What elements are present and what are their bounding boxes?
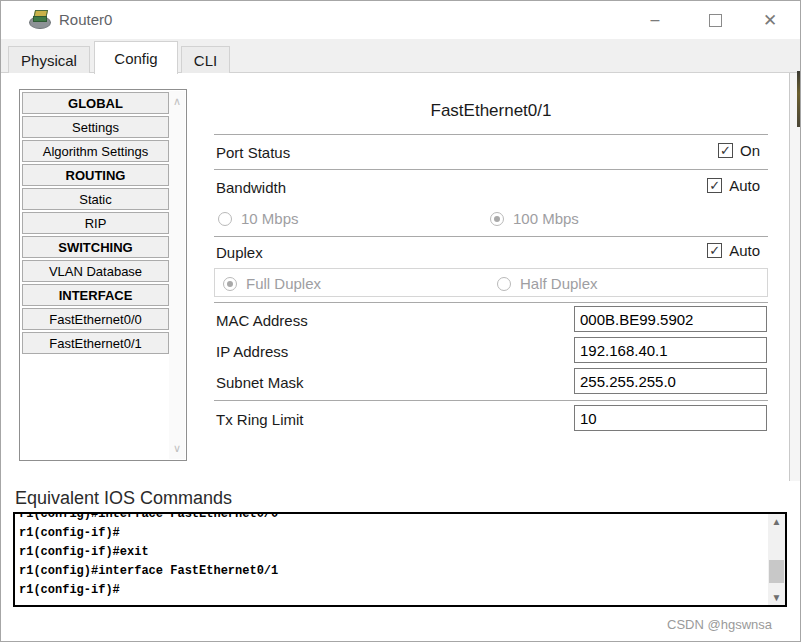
radio-100mbps-circle [490, 212, 504, 226]
port-status-checkbox-label: On [740, 142, 760, 159]
watermark: CSDN @hgswnsa [667, 617, 772, 632]
radio-full-duplex[interactable]: Full Duplex [223, 275, 321, 292]
terminal-line: r1(config-if)# [19, 524, 765, 543]
terminal-scroll-up-icon[interactable]: ▲ [768, 514, 785, 529]
port-status-checkbox-group[interactable]: ✓ On [718, 142, 760, 159]
sidebar-list: GLOBAL Settings Algorithm Settings ROUTI… [21, 91, 169, 356]
bandwidth-auto-checkbox-group[interactable]: ✓ Auto [707, 177, 760, 194]
bandwidth-radio-row: 10 Mbps 100 Mbps [214, 205, 768, 233]
duplex-radio-group: Full Duplex Half Duplex [214, 268, 768, 297]
bandwidth-auto-checkbox-label: Auto [729, 177, 760, 194]
duplex-auto-checkbox-label: Auto [729, 242, 760, 259]
tx-ring-limit-input[interactable] [574, 405, 767, 431]
tx-ring-limit-label: Tx Ring Limit [216, 411, 304, 428]
router-config-window: Router0 – ✕ Physical Config CLI GLOBAL S… [0, 0, 801, 642]
ip-address-input[interactable] [574, 337, 767, 363]
radio-half-duplex-label: Half Duplex [520, 275, 598, 292]
maximize-icon[interactable] [699, 7, 731, 33]
mac-address-label: MAC Address [216, 312, 308, 329]
terminal-line: r1(config-if)# [19, 581, 765, 600]
tab-physical[interactable]: Physical [8, 46, 90, 73]
tab-cli[interactable]: CLI [181, 46, 230, 73]
divider [214, 236, 768, 237]
terminal-line: r1(config)#interface FastEthernet0/0 [19, 514, 765, 524]
title-bar: Router0 – ✕ [1, 1, 800, 39]
radio-half-duplex-circle [497, 277, 511, 291]
minimize-icon[interactable]: – [639, 7, 671, 33]
terminal-line: r1(config)#interface FastEthernet0/1 [19, 562, 765, 581]
sidebar-item-switching[interactable]: SWITCHING [22, 236, 169, 258]
ios-commands-terminal[interactable]: r1(config)#interface FastEthernet0/0 r1(… [13, 512, 787, 607]
terminal-line: r1(config-if)#exit [19, 543, 765, 562]
ip-address-label: IP Address [216, 343, 288, 360]
sidebar-item-fastethernet0-1[interactable]: FastEthernet0/1 [22, 332, 169, 354]
radio-10mbps-circle [218, 212, 232, 226]
interface-title: FastEthernet0/1 [214, 101, 768, 121]
sidebar-item-fastethernet0-0[interactable]: FastEthernet0/0 [22, 308, 169, 330]
terminal-scrollbar[interactable]: ▲ ▼ [768, 514, 785, 605]
sidebar-item-algorithm-settings[interactable]: Algorithm Settings [22, 140, 169, 162]
duplex-auto-checkbox[interactable]: ✓ [707, 243, 722, 258]
sidebar-item-interface[interactable]: INTERFACE [22, 284, 169, 306]
divider [214, 169, 768, 170]
port-status-label: Port Status [216, 144, 290, 161]
tab-config[interactable]: Config [94, 41, 178, 74]
sidebar-item-vlan-database[interactable]: VLAN Database [22, 260, 169, 282]
radio-100mbps-label: 100 Mbps [513, 210, 579, 227]
subnet-mask-label: Subnet Mask [216, 374, 304, 391]
close-icon[interactable]: ✕ [754, 7, 786, 33]
panel-scrollbar-track[interactable] [789, 73, 801, 481]
scroll-up-icon[interactable]: ∧ [169, 95, 185, 108]
router-icon [29, 10, 51, 30]
divider [214, 302, 768, 303]
window-title: Router0 [59, 11, 112, 28]
sidebar-scrollbar[interactable]: ∧ ∨ [169, 91, 185, 459]
terminal-scroll-thumb[interactable] [769, 560, 784, 583]
radio-100mbps[interactable]: 100 Mbps [490, 210, 579, 227]
divider [214, 400, 768, 401]
sidebar-item-rip[interactable]: RIP [22, 212, 169, 234]
mac-address-input[interactable] [574, 306, 767, 332]
interface-config-panel: FastEthernet0/1 Port Status ✓ On Bandwid… [214, 86, 768, 481]
radio-full-duplex-label: Full Duplex [246, 275, 321, 292]
terminal-output: r1(config)#interface FastEthernet0/0 r1(… [19, 514, 765, 605]
radio-10mbps[interactable]: 10 Mbps [218, 210, 299, 227]
sidebar-item-routing[interactable]: ROUTING [22, 164, 169, 186]
bandwidth-auto-checkbox[interactable]: ✓ [707, 178, 722, 193]
port-status-checkbox[interactable]: ✓ [718, 143, 733, 158]
tab-bar: Physical Config CLI [1, 39, 800, 73]
subnet-mask-input[interactable] [574, 368, 767, 394]
divider [214, 134, 768, 135]
terminal-scroll-down-icon[interactable]: ▼ [768, 590, 785, 605]
radio-half-duplex[interactable]: Half Duplex [497, 275, 598, 292]
duplex-label: Duplex [216, 244, 263, 261]
bandwidth-label: Bandwidth [216, 179, 286, 196]
radio-10mbps-label: 10 Mbps [241, 210, 299, 227]
sidebar-item-global[interactable]: GLOBAL [22, 92, 169, 114]
sidebar-item-settings[interactable]: Settings [22, 116, 169, 138]
ios-commands-heading: Equivalent IOS Commands [15, 488, 232, 509]
scroll-down-icon[interactable]: ∨ [169, 442, 185, 455]
radio-full-duplex-circle [223, 277, 237, 291]
sidebar-item-static[interactable]: Static [22, 188, 169, 210]
duplex-auto-checkbox-group[interactable]: ✓ Auto [707, 242, 760, 259]
background-artifact [797, 71, 801, 127]
config-sidebar: GLOBAL Settings Algorithm Settings ROUTI… [19, 89, 187, 461]
